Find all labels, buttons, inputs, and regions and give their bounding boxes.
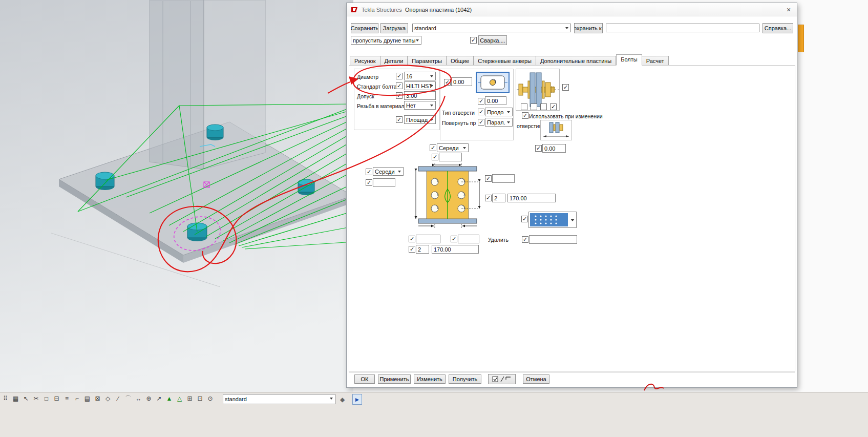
right-count-checkbox[interactable]: ✓ [485, 195, 492, 201]
snap-center-icon[interactable]: ⊕ [144, 394, 153, 403]
save-button[interactable]: Сохранить [351, 23, 378, 33]
tolerance-checkbox[interactable]: ✓ [396, 92, 403, 99]
ok-button[interactable]: ОК [354, 374, 375, 384]
bottom-offset2-checkbox[interactable]: ✓ [451, 236, 457, 242]
anchor-bolt[interactable] [207, 124, 223, 140]
pointer-icon[interactable]: ► [352, 394, 362, 405]
anchor-bolt[interactable] [96, 172, 114, 190]
top-pos-checkbox[interactable]: ✓ [430, 144, 436, 151]
snap-intersection-icon[interactable]: ⊠ [93, 394, 102, 403]
snap-vector-icon[interactable]: ↗ [155, 394, 163, 403]
hole-type-select[interactable]: Продо [485, 108, 513, 116]
snap-point-icon[interactable]: ◇ [103, 394, 112, 403]
tolerance-input[interactable]: 3.00 [404, 91, 436, 100]
bolt-plan-image[interactable] [476, 72, 510, 93]
tab-anchor-rods[interactable]: Стержневые анкеры [474, 56, 536, 66]
point-grid-icon[interactable]: ⠿ [1, 394, 10, 403]
tab-general[interactable]: Общие [447, 56, 474, 66]
field-toggle-button[interactable] [488, 374, 516, 384]
offset2-input[interactable]: 0.00 [485, 96, 506, 105]
left-pos-checkbox[interactable]: ✓ [366, 169, 372, 175]
top-pos-select[interactable]: Середи [437, 143, 469, 152]
left-offset-checkbox[interactable]: ✓ [366, 179, 372, 186]
delete-checkbox[interactable]: ✓ [522, 236, 528, 243]
bottom-count-input[interactable]: 2 [416, 245, 429, 254]
save-as-input[interactable] [606, 24, 759, 32]
close-icon[interactable]: × [784, 5, 794, 15]
diameter-select[interactable]: 16 [404, 72, 436, 80]
workarea-icon[interactable]: ⊡ [196, 394, 204, 403]
anchor-bolt[interactable] [187, 223, 207, 241]
thread-select[interactable]: Нет [404, 101, 436, 110]
tab-drawing[interactable]: Рисунок [350, 56, 380, 66]
area-select[interactable]: Площад [404, 115, 436, 124]
offset1-input[interactable]: 0.00 [451, 77, 472, 86]
bottom-offset1-input[interactable] [416, 235, 440, 243]
nut1-checkbox[interactable] [540, 103, 547, 110]
hole-type-checkbox[interactable]: ✓ [478, 109, 484, 115]
mesh-icon[interactable]: ▦ [11, 394, 20, 403]
snap-lines-icon[interactable]: ≡ [62, 394, 71, 403]
washer1-checkbox[interactable] [521, 103, 527, 110]
profile-select[interactable]: standard [412, 24, 571, 32]
weld-button[interactable]: Сварка.... [478, 35, 507, 45]
select-all-icon[interactable]: △ [175, 394, 184, 403]
grid-toggle-icon[interactable]: ⊞ [185, 394, 194, 403]
assembly-checkbox[interactable]: ✓ [562, 84, 569, 91]
bolt-pattern-select[interactable] [528, 212, 577, 228]
cancel-button[interactable]: Отмена [523, 374, 549, 384]
tab-bolts[interactable]: Болты [616, 54, 642, 66]
nut2-checkbox[interactable]: ✓ [550, 103, 557, 110]
weld-checkbox[interactable]: ✓ [470, 37, 477, 44]
rotate-select[interactable]: Парал. [485, 118, 513, 127]
filter-select[interactable]: пропустить другие типы [351, 36, 421, 45]
bottom-offset1-checkbox[interactable]: ✓ [409, 236, 415, 242]
bolt-standard-checkbox[interactable]: ✓ [396, 82, 403, 89]
steel-column[interactable] [150, 0, 265, 169]
diameter-checkbox[interactable]: ✓ [396, 73, 403, 79]
left-pos-select[interactable]: Середи [373, 167, 404, 176]
pattern-checkbox[interactable]: ✓ [521, 216, 528, 222]
snap-extension-icon[interactable]: ↔ [134, 394, 143, 403]
top-offset-input[interactable] [439, 153, 462, 161]
tab-parts[interactable]: Детали [380, 56, 408, 66]
hole-tolerance-checkbox[interactable]: ✓ [535, 145, 542, 152]
select-filter-icon[interactable]: ▲ [165, 394, 174, 403]
apply-button[interactable]: Применить [378, 374, 411, 384]
tab-parameters[interactable]: Параметры [408, 56, 447, 66]
offset1-checkbox[interactable]: ✓ [444, 79, 451, 86]
bottom-spacing-input[interactable]: 170.00 [432, 245, 479, 254]
bottom-count-checkbox[interactable]: ✓ [409, 246, 415, 253]
get-button[interactable]: Получить [449, 374, 481, 384]
bolt-standard-select[interactable]: HILTI HST [404, 81, 436, 90]
snap-face-icon[interactable]: ▤ [83, 394, 92, 403]
zoom-icon[interactable]: ⊙ [206, 394, 215, 403]
right-spacing-input[interactable]: 170.00 [507, 194, 556, 202]
save-as-button[interactable]: Сохранить как [574, 23, 603, 33]
use-on-modify-checkbox[interactable]: ✓ [522, 112, 528, 119]
trim-icon[interactable]: ✂ [32, 394, 40, 403]
dialog-titlebar[interactable]: Tekla Structures Опорная пластина (1042)… [347, 3, 797, 16]
hole-tolerance-input[interactable]: 0.00 [542, 144, 566, 153]
help-button[interactable]: Справка... [763, 23, 793, 33]
tab-extra-plates[interactable]: Дополнительные пластины [536, 56, 616, 66]
snap-edge-icon[interactable]: ∕ [114, 394, 122, 403]
offset2-checkbox[interactable]: ✓ [478, 98, 484, 105]
snap-arc-icon[interactable]: ⌒ [124, 394, 133, 403]
model-viewport[interactable] [0, 0, 353, 392]
bottom-offset2-input[interactable] [458, 235, 479, 243]
washer2-checkbox[interactable] [531, 103, 537, 110]
right-offset-input[interactable] [492, 174, 515, 183]
top-offset-checkbox[interactable]: ✓ [432, 154, 438, 160]
snap-corner-icon[interactable]: ⌐ [73, 394, 81, 403]
modify-button[interactable]: Изменить [414, 374, 446, 384]
selection-filter-select[interactable]: standard [223, 394, 335, 404]
snap-rectangle-icon[interactable]: □ [42, 394, 51, 403]
load-button[interactable]: Загрузка [380, 23, 408, 33]
tab-analysis[interactable]: Расчет [642, 56, 669, 66]
snap-free-icon[interactable]: ↖ [22, 394, 30, 403]
right-offset-checkbox[interactable]: ✓ [485, 175, 492, 182]
area-checkbox[interactable]: ✓ [396, 116, 403, 123]
material-icon[interactable]: ◆ [338, 395, 347, 404]
anchor-bolt[interactable] [298, 179, 314, 195]
